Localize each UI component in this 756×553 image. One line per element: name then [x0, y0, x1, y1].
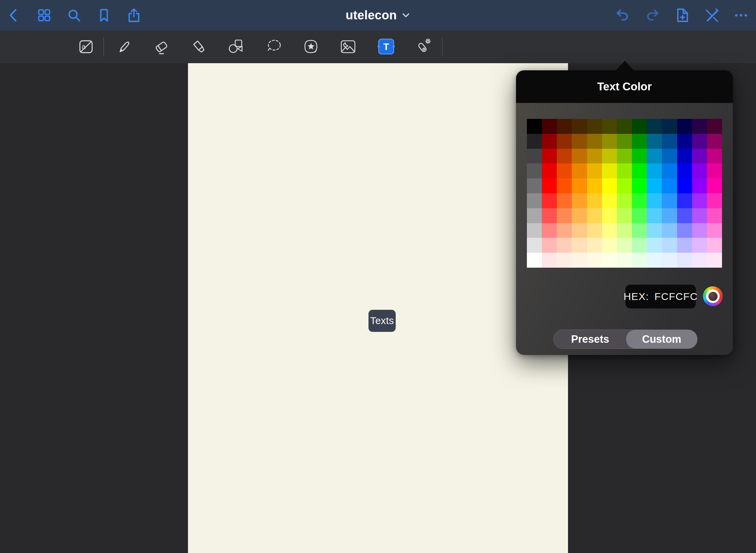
color-swatch[interactable]	[602, 149, 617, 164]
color-swatch[interactable]	[542, 208, 557, 223]
color-swatch[interactable]	[572, 193, 587, 208]
color-swatch[interactable]	[707, 253, 722, 268]
color-swatch[interactable]	[542, 253, 557, 268]
color-swatch[interactable]	[677, 134, 692, 149]
color-swatch[interactable]	[662, 238, 677, 253]
color-swatch[interactable]	[647, 134, 662, 149]
color-swatch[interactable]	[557, 134, 572, 149]
color-swatch[interactable]	[602, 253, 617, 268]
tool-shapes[interactable]	[226, 33, 246, 61]
color-swatch[interactable]	[677, 238, 692, 253]
color-swatch[interactable]	[692, 134, 707, 149]
color-swatch[interactable]	[542, 149, 557, 164]
tool-elements[interactable]	[301, 33, 321, 61]
color-swatch[interactable]	[677, 178, 692, 193]
stylus-toggle-button[interactable]	[703, 7, 720, 23]
color-swatch[interactable]	[557, 253, 572, 268]
color-swatch[interactable]	[527, 149, 542, 164]
color-swatch[interactable]	[677, 223, 692, 238]
tool-text[interactable]: T	[376, 33, 396, 61]
search-button[interactable]	[66, 7, 82, 23]
color-swatch[interactable]	[527, 178, 542, 193]
color-swatch[interactable]	[662, 163, 677, 178]
bookmark-button[interactable]	[96, 7, 112, 23]
color-swatch[interactable]	[617, 223, 632, 238]
color-swatch[interactable]	[707, 119, 722, 134]
color-swatch[interactable]	[602, 119, 617, 134]
color-swatch[interactable]	[677, 149, 692, 164]
color-swatch[interactable]	[707, 163, 722, 178]
color-swatch[interactable]	[542, 178, 557, 193]
color-swatch[interactable]	[572, 149, 587, 164]
color-swatch[interactable]	[692, 149, 707, 164]
color-swatch[interactable]	[527, 238, 542, 253]
document-page[interactable]	[188, 63, 568, 553]
color-swatch[interactable]	[602, 134, 617, 149]
color-swatch[interactable]	[542, 223, 557, 238]
color-swatch[interactable]	[707, 208, 722, 223]
color-swatch[interactable]	[617, 178, 632, 193]
color-swatch[interactable]	[527, 163, 542, 178]
color-swatch[interactable]	[707, 149, 722, 164]
color-swatch[interactable]	[677, 193, 692, 208]
color-swatch[interactable]	[662, 193, 677, 208]
color-swatch[interactable]	[602, 178, 617, 193]
color-swatch[interactable]	[692, 163, 707, 178]
color-swatch[interactable]	[557, 193, 572, 208]
color-swatch[interactable]	[647, 149, 662, 164]
color-swatch[interactable]	[632, 149, 647, 164]
color-swatch[interactable]	[587, 193, 602, 208]
color-swatch[interactable]	[557, 178, 572, 193]
color-swatch[interactable]	[527, 193, 542, 208]
color-swatch[interactable]	[617, 193, 632, 208]
color-swatch[interactable]	[692, 208, 707, 223]
color-wheel-button[interactable]	[703, 286, 723, 306]
color-swatch[interactable]	[557, 119, 572, 134]
tool-highlighter[interactable]	[189, 33, 209, 61]
undo-button[interactable]	[615, 7, 631, 23]
color-swatch[interactable]	[692, 178, 707, 193]
color-swatch[interactable]	[572, 208, 587, 223]
color-swatch[interactable]	[707, 178, 722, 193]
share-button[interactable]	[126, 7, 142, 23]
color-swatch[interactable]	[572, 134, 587, 149]
color-swatch[interactable]	[662, 223, 677, 238]
color-swatch[interactable]	[677, 208, 692, 223]
color-swatch[interactable]	[542, 119, 557, 134]
canvas-text-object[interactable]: Texts	[368, 310, 396, 332]
color-swatch[interactable]	[647, 208, 662, 223]
tool-image[interactable]	[338, 33, 358, 61]
color-swatch[interactable]	[587, 149, 602, 164]
color-swatch[interactable]	[617, 253, 632, 268]
color-swatch[interactable]	[542, 134, 557, 149]
back-button[interactable]	[6, 7, 22, 23]
color-swatch[interactable]	[617, 163, 632, 178]
tool-laser-pointer[interactable]	[413, 33, 433, 61]
color-swatch[interactable]	[707, 193, 722, 208]
color-swatch[interactable]	[692, 223, 707, 238]
color-swatch[interactable]	[527, 119, 542, 134]
color-swatch[interactable]	[557, 208, 572, 223]
color-swatch[interactable]	[617, 238, 632, 253]
color-swatch[interactable]	[542, 163, 557, 178]
add-page-button[interactable]	[674, 7, 690, 23]
color-swatch[interactable]	[707, 134, 722, 149]
color-swatch[interactable]	[617, 119, 632, 134]
color-swatch[interactable]	[647, 223, 662, 238]
color-swatch[interactable]	[602, 208, 617, 223]
color-swatch[interactable]	[662, 149, 677, 164]
color-swatch[interactable]	[617, 149, 632, 164]
color-swatch[interactable]	[527, 253, 542, 268]
color-swatch[interactable]	[557, 163, 572, 178]
color-swatch[interactable]	[527, 134, 542, 149]
color-swatch[interactable]	[527, 223, 542, 238]
color-swatch[interactable]	[632, 193, 647, 208]
color-swatch[interactable]	[632, 253, 647, 268]
redo-button[interactable]	[644, 7, 660, 23]
color-swatch[interactable]	[632, 178, 647, 193]
color-swatch[interactable]	[662, 119, 677, 134]
color-swatch[interactable]	[587, 163, 602, 178]
color-swatch[interactable]	[587, 134, 602, 149]
tool-pen[interactable]	[114, 33, 135, 61]
color-swatch[interactable]	[647, 253, 662, 268]
